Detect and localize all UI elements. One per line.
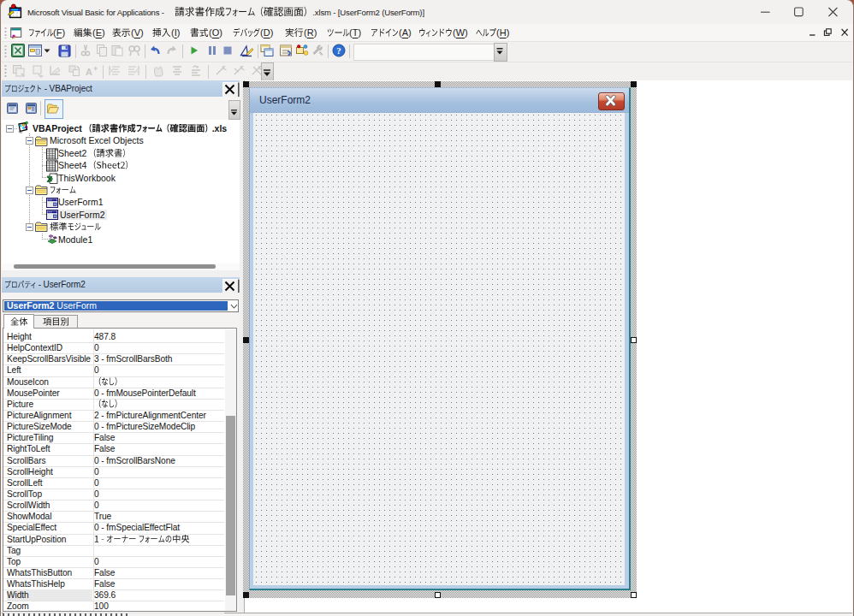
svg-text:?: ? <box>336 45 341 56</box>
svg-text:A: A <box>86 67 92 77</box>
